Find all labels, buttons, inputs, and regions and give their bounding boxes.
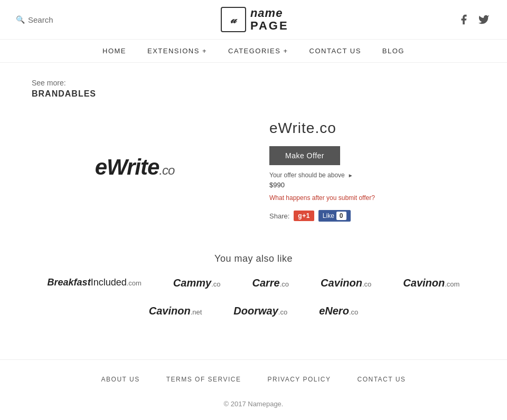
offer-price: $990 [269, 181, 475, 189]
domain-section: eWrite.co eWrite.co Make Offer Your offe… [32, 114, 475, 222]
domain-grid: BreakfastIncluded.com Cammy.co Carre.co … [32, 277, 475, 317]
footer-divider [0, 359, 507, 360]
domain-details: eWrite.co Make Offer Your offer should b… [269, 114, 475, 222]
offer-hint-text: Your offer should be above [269, 171, 345, 179]
share-label: Share: [269, 212, 289, 220]
domain-title: eWrite.co [269, 120, 475, 137]
make-offer-button[interactable]: Make Offer [269, 146, 340, 165]
list-item[interactable]: eNero.co [319, 305, 358, 317]
fb-count: 0 [336, 212, 346, 220]
footer-contact[interactable]: CONTACT US [357, 376, 406, 383]
footer-terms[interactable]: TERMS OF SERVICE [166, 376, 241, 383]
google-plus-button[interactable]: g+1 [294, 211, 314, 221]
list-item[interactable]: Doorway.co [233, 305, 287, 317]
logo[interactable]: 𝓊 name PAGE [221, 7, 289, 32]
search-icon: 🔍 [16, 15, 25, 24]
footer-privacy[interactable]: PRIVACY POLICY [268, 376, 331, 383]
facebook-like-button[interactable]: Like 0 [318, 210, 351, 222]
see-more-label: See more: [32, 79, 475, 87]
list-item[interactable]: Carre.co [252, 277, 289, 289]
offer-hint: Your offer should be above ► [269, 171, 475, 179]
domain-ext-part: .co [159, 163, 174, 177]
navbar: HOME EXTENSIONS + CATEGORIES + CONTACT U… [0, 40, 507, 63]
nav-categories[interactable]: CATEGORIES + [228, 47, 288, 55]
copyright: © 2017 Namepage. [0, 394, 507, 420]
footer: ABOUT US TERMS OF SERVICE PRIVACY POLICY… [0, 365, 507, 394]
domain-logo: eWrite.co [95, 155, 175, 180]
what-happens-link[interactable]: What happens after you submit offer? [269, 194, 475, 202]
list-item[interactable]: Cammy.co [173, 277, 221, 289]
nav-contact[interactable]: CONTACT US [309, 47, 361, 55]
list-item[interactable]: BreakfastIncluded.com [48, 277, 142, 289]
search-label[interactable]: Search [28, 15, 53, 24]
list-item[interactable]: Cavinon.co [321, 277, 371, 289]
nav-blog[interactable]: BLOG [382, 47, 405, 55]
social-icons [456, 12, 491, 27]
fb-like-label: Like [323, 212, 334, 219]
arrow-icon: ► [348, 173, 353, 178]
list-item[interactable]: Cavinon.net [149, 305, 202, 317]
logo-text: name PAGE [250, 7, 289, 32]
also-like-section: You may also like BreakfastIncluded.com … [32, 253, 475, 317]
category-label[interactable]: BRANDABLES [32, 89, 475, 99]
logo-top: name [250, 7, 289, 20]
logo-icon: 𝓊 [221, 7, 246, 32]
search-area[interactable]: 🔍 Search [16, 15, 53, 24]
twitter-icon[interactable] [476, 12, 491, 27]
main-content: See more: BRANDABLES eWrite.co eWrite.co… [0, 63, 507, 354]
domain-name-part: eWrite [95, 155, 159, 179]
list-item[interactable]: Cavinon.com [403, 277, 459, 289]
also-like-title: You may also like [32, 253, 475, 264]
footer-about[interactable]: ABOUT US [101, 376, 140, 383]
nav-home[interactable]: HOME [102, 47, 126, 55]
domain-logo-display: eWrite.co [32, 114, 238, 220]
logo-bottom: PAGE [250, 20, 289, 32]
nav-extensions[interactable]: EXTENSIONS + [147, 47, 207, 55]
share-row: Share: g+1 Like 0 [269, 210, 475, 222]
copyright-text: © 2017 Namepage. [224, 400, 284, 408]
facebook-icon[interactable] [456, 12, 471, 27]
site-header: 🔍 Search 𝓊 name PAGE [0, 0, 507, 40]
